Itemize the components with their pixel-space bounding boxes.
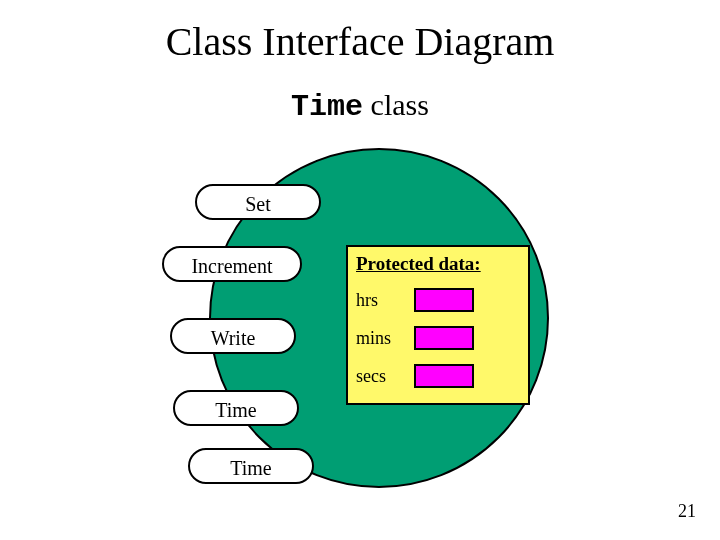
method-time-constructor-2: Time [188,448,314,484]
field-label-hrs: hrs [356,290,414,311]
subtitle-suffix: class [363,88,429,121]
field-row-hrs: hrs [356,281,520,319]
page-title: Class Interface Diagram [0,18,720,65]
field-slot-hrs [414,288,474,312]
protected-data-header: Protected data: [356,253,520,275]
method-write: Write [170,318,296,354]
method-time-constructor-1: Time [173,390,299,426]
field-slot-mins [414,326,474,350]
subtitle-classname: Time [291,90,363,124]
field-row-mins: mins [356,319,520,357]
field-label-secs: secs [356,366,414,387]
page-number: 21 [678,501,696,522]
method-set: Set [195,184,321,220]
field-slot-secs [414,364,474,388]
protected-data-box: Protected data: hrs mins secs [346,245,530,405]
subtitle: Time class [0,88,720,124]
field-label-mins: mins [356,328,414,349]
field-row-secs: secs [356,357,520,395]
method-increment: Increment [162,246,302,282]
